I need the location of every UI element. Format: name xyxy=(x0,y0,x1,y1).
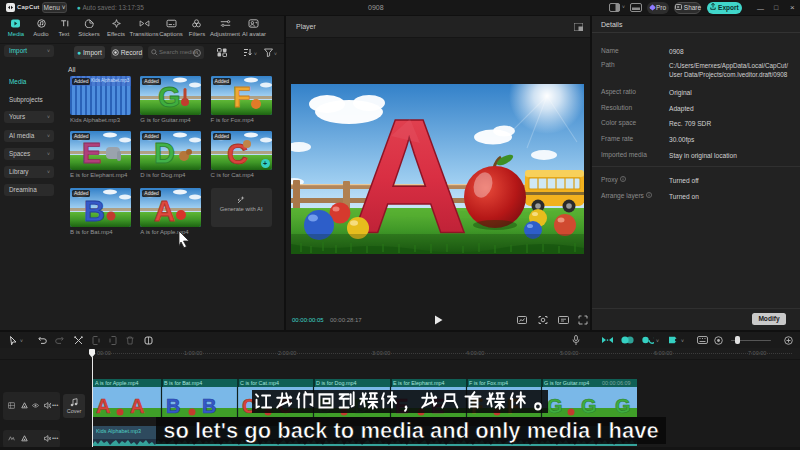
svg-text:D: D xyxy=(154,137,175,169)
svg-text:E: E xyxy=(82,137,101,169)
svg-text:F: F xyxy=(233,81,251,113)
svg-text:G: G xyxy=(158,81,181,113)
svg-text:B: B xyxy=(84,195,105,227)
svg-text:A: A xyxy=(154,195,175,227)
